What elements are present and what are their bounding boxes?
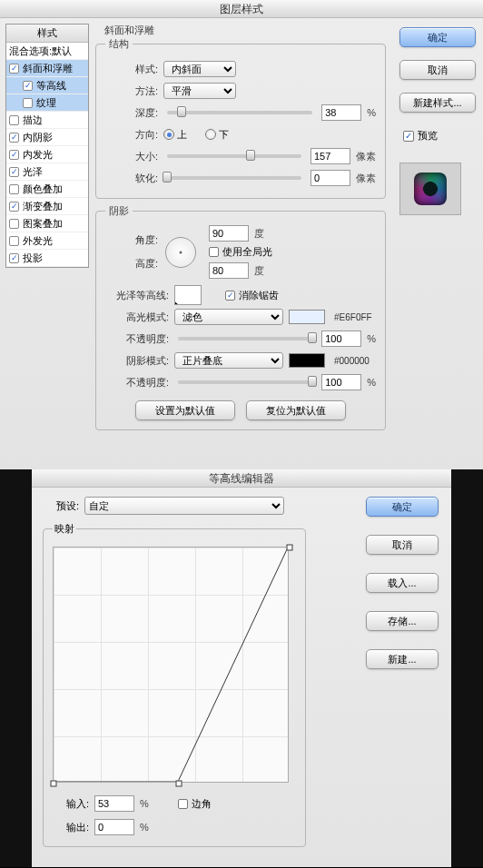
reset-default-button[interactable]: 复位为默认值 — [246, 400, 346, 420]
style-row-label: 混合选项:默认 — [9, 44, 72, 58]
main-settings: 斜面和浮雕 结构 样式: 内斜面 方法: 平滑 深度: — [95, 24, 386, 430]
layer-style-dialog: 图层样式 样式 混合选项:默认斜面和浮雕等高线纹理描边内阴影内发光光泽颜色叠加渐… — [0, 0, 483, 469]
contour-cancel-button[interactable]: 取消 — [366, 535, 439, 555]
checkbox-icon[interactable] — [9, 236, 19, 246]
method-select[interactable]: 平滑 — [163, 83, 236, 99]
checkmark-icon — [225, 291, 235, 301]
checkbox-icon[interactable] — [9, 64, 19, 74]
sh-opacity-slider[interactable] — [178, 380, 312, 384]
angle-dial[interactable] — [165, 237, 196, 268]
mapping-group: 映射 输入: % 边角 — [43, 522, 306, 847]
preview-swatch — [399, 163, 461, 215]
checkbox-icon[interactable] — [9, 150, 19, 160]
style-row-8[interactable]: 颜色叠加 — [6, 181, 88, 198]
radio-dot-icon — [205, 129, 216, 140]
label-hl-opacity: 不透明度: — [105, 332, 169, 346]
checkbox-icon — [178, 799, 188, 809]
cancel-button[interactable]: 取消 — [399, 60, 476, 80]
contour-load-button[interactable]: 载入... — [366, 573, 439, 593]
highlight-color-swatch[interactable] — [289, 310, 325, 324]
style-row-label: 内阴影 — [23, 131, 53, 144]
contour-save-button[interactable]: 存储... — [366, 611, 439, 631]
corner-checkbox[interactable]: 边角 — [178, 797, 212, 811]
style-row-1[interactable]: 斜面和浮雕 — [6, 60, 88, 77]
mapping-legend: 映射 — [53, 522, 76, 536]
style-row-4[interactable]: 描边 — [6, 112, 88, 129]
structure-legend: 结构 — [105, 37, 133, 51]
percent-unit: % — [140, 798, 149, 809]
sh-opacity-input[interactable] — [321, 374, 361, 390]
style-row-label: 描边 — [23, 113, 43, 127]
preset-select[interactable]: 自定 — [84, 497, 284, 515]
contour-new-button[interactable]: 新建... — [366, 649, 439, 669]
style-row-12[interactable]: 投影 — [6, 250, 88, 267]
label-input: 输入: — [53, 797, 89, 811]
deg-unit: 度 — [254, 227, 264, 241]
style-row-label: 光泽 — [23, 165, 43, 179]
curve-handle[interactable] — [176, 781, 182, 787]
contour-editor-dialog: 等高线编辑器 预设: 自定 映射 — [32, 469, 451, 867]
label-output: 输出: — [53, 821, 89, 834]
ok-button[interactable]: 确定 — [399, 27, 476, 47]
curve-handle[interactable] — [287, 545, 293, 551]
style-row-2[interactable]: 等高线 — [6, 77, 88, 94]
direction-up-radio[interactable]: 上 — [163, 128, 187, 142]
preview-label: 预览 — [418, 129, 438, 143]
preview-thumbnail — [414, 173, 447, 205]
output-value[interactable] — [94, 819, 134, 835]
curve-line — [54, 547, 288, 782]
direction-down-radio[interactable]: 下 — [205, 128, 229, 142]
style-row-9[interactable]: 渐变叠加 — [6, 198, 88, 215]
label-preset: 预设: — [43, 499, 79, 513]
make-default-button[interactable]: 设置为默认值 — [135, 400, 235, 420]
contour-ok-button[interactable]: 确定 — [366, 497, 439, 517]
preview-checkbox[interactable]: 预览 — [399, 129, 476, 143]
checkbox-icon[interactable] — [9, 202, 19, 212]
shadow-color-swatch[interactable] — [289, 353, 325, 368]
antialias-checkbox[interactable]: 消除锯齿 — [225, 289, 279, 302]
style-select[interactable]: 内斜面 — [163, 61, 236, 77]
label-altitude: 高度: — [105, 257, 158, 271]
style-row-10[interactable]: 图案叠加 — [6, 215, 88, 232]
size-input[interactable] — [310, 148, 350, 164]
style-row-11[interactable]: 外发光 — [6, 232, 88, 250]
gloss-contour-swatch[interactable] — [174, 285, 202, 305]
style-row-7[interactable]: 光泽 — [6, 163, 88, 181]
soften-slider[interactable] — [167, 176, 301, 180]
default-buttons: 设置为默认值 复位为默认值 — [105, 400, 376, 420]
curve-area[interactable] — [53, 547, 289, 783]
hl-opacity-slider[interactable] — [178, 337, 312, 340]
style-row-0[interactable]: 混合选项:默认 — [6, 43, 88, 60]
curve-handle[interactable] — [51, 781, 57, 787]
checkbox-icon[interactable] — [23, 81, 33, 91]
input-value[interactable] — [94, 795, 134, 812]
contour-editor-content: 预设: 自定 映射 输入: — [32, 488, 451, 856]
style-row-3[interactable]: 纹理 — [6, 94, 88, 112]
new-style-button[interactable]: 新建样式... — [399, 93, 476, 113]
soften-input[interactable] — [310, 170, 350, 186]
style-row-6[interactable]: 内发光 — [6, 146, 88, 163]
checkbox-icon[interactable] — [9, 219, 19, 229]
checkbox-icon[interactable] — [9, 167, 19, 177]
checkbox-icon[interactable] — [9, 184, 19, 194]
hl-opacity-input[interactable] — [321, 330, 361, 347]
checkbox-icon[interactable] — [9, 133, 19, 143]
shadow-mode-select[interactable]: 正片叠底 — [174, 352, 283, 369]
style-list-header: 样式 — [6, 25, 88, 43]
highlight-mode-select[interactable]: 滤色 — [174, 309, 283, 325]
depth-slider[interactable] — [167, 111, 312, 114]
checkbox-icon[interactable] — [23, 98, 33, 108]
global-light-checkbox[interactable]: 使用全局光 — [209, 245, 272, 259]
altitude-input[interactable] — [209, 262, 249, 279]
up-label: 上 — [177, 128, 187, 142]
checkmark-icon — [403, 131, 414, 142]
style-row-label: 等高线 — [36, 79, 66, 93]
angle-input[interactable] — [209, 225, 249, 242]
label-gloss-contour: 光泽等高线: — [105, 289, 169, 302]
style-row-label: 图案叠加 — [23, 217, 63, 231]
size-slider[interactable] — [167, 154, 301, 158]
depth-input[interactable] — [321, 104, 361, 121]
checkbox-icon[interactable] — [9, 253, 19, 263]
checkbox-icon[interactable] — [9, 115, 19, 125]
style-row-5[interactable]: 内阴影 — [6, 129, 88, 146]
